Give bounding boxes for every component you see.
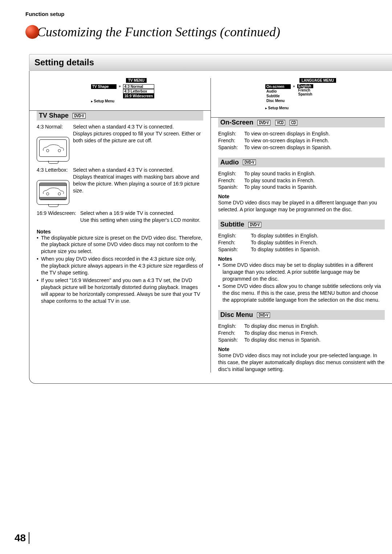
car-icon bbox=[40, 143, 66, 154]
note-item: If you select "16:9 Widescreen" and you … bbox=[37, 277, 203, 305]
lang-label: English: bbox=[218, 170, 244, 177]
lang-row: French:To play sound tracks in French. bbox=[218, 177, 385, 184]
dvd-v-badge: DVD-V bbox=[73, 113, 85, 118]
heading-text: Disc Menu bbox=[220, 311, 253, 319]
lang-label: Spanish: bbox=[218, 337, 244, 343]
language-menu-mock: LANGUAGE MENU On-screen Audio Subtitle D… bbox=[265, 78, 385, 110]
note-text: Some DVD video discs may not include you… bbox=[218, 352, 385, 373]
language-menu-title: LANGUAGE MENU bbox=[299, 78, 336, 83]
lang-row: Spanish:To play sound tracks in Spanish. bbox=[218, 184, 385, 191]
lang-desc: To play sound tracks in English. bbox=[244, 170, 315, 177]
lang-menu-option: French bbox=[297, 88, 314, 92]
subtitle-heading: Subtitle DVD-V bbox=[218, 220, 385, 229]
lang-row: English:To display subtitles in English. bbox=[218, 232, 385, 239]
option-label: 16:9 Widescreen: bbox=[37, 210, 76, 216]
arrow-icon: » bbox=[293, 84, 295, 88]
lang-desc: To view on-screen displays in English. bbox=[244, 130, 330, 137]
tv-shape-heading: TV Shape DVD-V bbox=[37, 111, 203, 121]
audio-heading: Audio DVD-V bbox=[218, 158, 385, 167]
tv-menu-option: 4:3 Normal bbox=[123, 84, 155, 89]
note-item: When you play DVD video discs recorded i… bbox=[37, 256, 203, 276]
lang-desc: To display subtitles in French. bbox=[251, 239, 318, 246]
note-heading: Note bbox=[218, 346, 385, 352]
tv-menu-item-selected: TV Shape bbox=[91, 84, 117, 89]
tv-normal-icon bbox=[37, 137, 69, 162]
lang-desc: To view on-screen displays in Spanish. bbox=[244, 144, 331, 151]
discmenu-heading: Disc Menu DVD-V bbox=[218, 310, 385, 320]
lang-menu-option: Spanish bbox=[297, 92, 314, 96]
note-text: Some DVD video discs may be played in a … bbox=[218, 199, 385, 213]
setup-menu-item: Setup Menu bbox=[91, 99, 203, 103]
heading-text: TV Shape bbox=[39, 112, 69, 119]
heading-text: On-Screen bbox=[220, 119, 253, 126]
lang-desc: To display disc menus in English. bbox=[244, 323, 319, 330]
notes-heading: Notes bbox=[218, 256, 385, 262]
dvd-v-badge: DVD-V bbox=[257, 312, 270, 318]
lang-row: Spanish:To display subtitles in Spanish. bbox=[218, 246, 385, 253]
lang-row: Spanish:To display disc menus in Spanish… bbox=[218, 337, 385, 343]
lang-label: French: bbox=[218, 330, 244, 337]
content-area: TV MENU TV Shape » 4:3 Normal 4:3 Letter… bbox=[29, 71, 392, 384]
notes-list: The displayable picture size is preset o… bbox=[37, 235, 203, 305]
lang-desc: To play sound tracks in French. bbox=[244, 177, 315, 184]
tv-menu-option: 4:3 Letterbox bbox=[123, 89, 155, 94]
section-label: Function setup bbox=[25, 11, 374, 17]
lang-row: Spanish:To view on-screen displays in Sp… bbox=[218, 144, 385, 151]
lang-desc: To play sound tracks in Spanish. bbox=[244, 184, 317, 191]
arrow-icon: » bbox=[119, 84, 121, 88]
option-normal: 4:3 Normal: Select when a standard 4:3 T… bbox=[37, 123, 203, 162]
option-label: 4:3 Letterbox: bbox=[37, 167, 68, 173]
lang-desc: To display disc menus in French. bbox=[244, 330, 318, 337]
tv-menu-title: TV MENU bbox=[126, 78, 147, 83]
lang-menu-item: Subtitle bbox=[265, 94, 291, 98]
lang-row: English:To display disc menus in English… bbox=[218, 323, 385, 330]
note-item: Some DVD video discs may be set to displ… bbox=[218, 262, 385, 282]
left-column: TV MENU TV Shape » 4:3 Normal 4:3 Letter… bbox=[29, 78, 211, 372]
lang-menu-item: Disc Menu bbox=[265, 98, 291, 103]
option-label: 4:3 Normal: bbox=[37, 124, 63, 130]
lang-menu-item: Audio bbox=[265, 89, 291, 94]
tv-menu-mock: TV MENU TV Shape » 4:3 Normal 4:3 Letter… bbox=[91, 78, 203, 103]
lang-label: English: bbox=[218, 130, 244, 137]
option-desc: Select when a 16:9 wide TV is connected.… bbox=[80, 210, 203, 224]
lang-desc: To display subtitles in Spanish. bbox=[251, 246, 320, 253]
page-title: Customizing the Function Settings (conti… bbox=[37, 24, 280, 40]
section-heading: Setting details bbox=[29, 54, 392, 71]
note-item: The displayable picture size is preset o… bbox=[37, 235, 203, 255]
note-heading: Note bbox=[218, 194, 385, 199]
notes-list: Some DVD video discs may be set to displ… bbox=[218, 262, 385, 304]
lang-label: French: bbox=[218, 239, 251, 246]
lang-row: English:To view on-screen displays in En… bbox=[218, 130, 385, 137]
lang-desc: To display disc menus in Spanish. bbox=[244, 337, 320, 343]
vcd-badge: VCD bbox=[275, 120, 285, 125]
lang-desc: To view on-screen displays in French. bbox=[244, 137, 329, 144]
note-item: Some DVD video discs allow you to change… bbox=[218, 283, 385, 304]
dvd-v-badge: DVD-V bbox=[243, 159, 256, 165]
option-desc: Select when a standard 4:3 TV is connect… bbox=[73, 167, 203, 205]
option-widescreen: 16:9 Widescreen: Select when a 16:9 wide… bbox=[37, 210, 203, 224]
lang-row: English:To play sound tracks in English. bbox=[218, 170, 385, 177]
lang-label: English: bbox=[218, 323, 244, 330]
sphere-icon bbox=[25, 25, 39, 39]
lang-label: French: bbox=[218, 177, 244, 184]
lang-menu-option: English bbox=[297, 84, 314, 88]
tv-menu-option: 16:9 Widescreen bbox=[123, 94, 155, 98]
lang-desc: To display subtitles in English. bbox=[251, 232, 318, 239]
lang-label: Spanish: bbox=[218, 184, 244, 191]
lang-label: Spanish: bbox=[218, 144, 244, 151]
lang-label: English: bbox=[218, 232, 251, 239]
tv-letterbox-icon bbox=[37, 180, 69, 205]
heading-text: Subtitle bbox=[220, 221, 244, 228]
lang-row: French:To display subtitles in French. bbox=[218, 239, 385, 246]
lang-label: Spanish: bbox=[218, 246, 251, 253]
page-number: 48 bbox=[15, 532, 29, 544]
dvd-v-badge: DVD-V bbox=[257, 120, 270, 125]
lang-label: French: bbox=[218, 137, 244, 144]
lang-row: French:To display disc menus in French. bbox=[218, 330, 385, 337]
title-row: Customizing the Function Settings (conti… bbox=[25, 24, 374, 40]
heading-text: Audio bbox=[220, 159, 239, 166]
right-column: LANGUAGE MENU On-screen Audio Subtitle D… bbox=[211, 78, 392, 372]
cd-badge: CD bbox=[289, 120, 297, 125]
dvd-v-badge: DVD-V bbox=[248, 222, 261, 227]
car-icon bbox=[40, 186, 66, 197]
